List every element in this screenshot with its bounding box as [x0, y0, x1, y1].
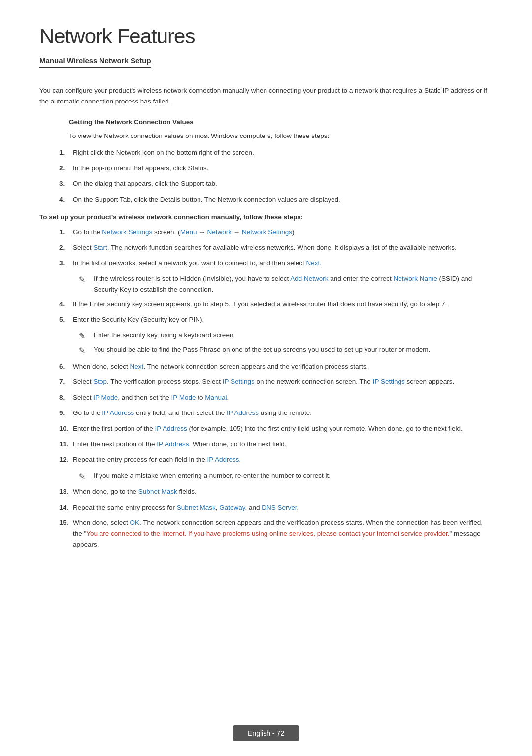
step-content: On the dialog that appears, click the Su…	[73, 178, 493, 189]
ok-link[interactable]: OK	[130, 519, 140, 526]
step-number: 6.	[59, 361, 73, 372]
ip-mode-link2[interactable]: IP Mode	[171, 394, 196, 401]
manual-link[interactable]: Manual	[205, 394, 227, 401]
step-number: 4.	[59, 194, 73, 205]
list-item: 6. When done, select Next. The network c…	[39, 361, 493, 372]
step-content: Right click the Network icon on the bott…	[73, 147, 493, 158]
steps-list-1: 1. Right click the Network icon on the b…	[39, 147, 493, 205]
section-divider: Manual Wireless Network Setup	[39, 56, 493, 74]
list-item: 14. Repeat the same entry process for Su…	[39, 502, 493, 513]
network-link[interactable]: Network	[207, 228, 232, 236]
subnet-mask-link2[interactable]: Subnet Mask	[177, 504, 216, 511]
ip-address-link2[interactable]: IP Address	[227, 409, 259, 416]
list-item: ✎ You should be able to find the Pass Ph…	[39, 344, 493, 357]
step-number: 2.	[59, 163, 73, 173]
step-number: 13.	[59, 486, 73, 497]
start-link[interactable]: Start	[93, 244, 107, 251]
step-number: 5.	[59, 314, 73, 325]
step-content: Repeat the same entry process for Subnet…	[73, 502, 493, 513]
step-number: 9.	[59, 408, 73, 418]
step-content: Select Start. The network function searc…	[73, 242, 493, 253]
stop-link[interactable]: Stop	[93, 378, 107, 385]
step-content: In the list of networks, select a networ…	[73, 258, 493, 269]
note-content: If the wireless router is set to Hidden …	[94, 274, 493, 295]
list-item: ✎ If you make a mistake when entering a …	[39, 470, 493, 483]
gateway-link[interactable]: Gateway	[219, 504, 245, 511]
step-number: 8.	[59, 392, 73, 403]
step-content: Repeat the entry process for each field …	[73, 454, 493, 465]
step-content: On the Support Tab, click the Details bu…	[73, 194, 493, 205]
ip-mode-link[interactable]: IP Mode	[93, 394, 118, 401]
ip-address-link[interactable]: IP Address	[102, 409, 134, 416]
subsection1-intro: To view the Network connection values on…	[69, 131, 493, 141]
subsection2-title: To set up your product's wireless networ…	[39, 213, 493, 221]
step-content: When done, select Next. The network conn…	[73, 361, 493, 372]
network-settings-link[interactable]: Network Settings	[102, 228, 152, 236]
next-link2[interactable]: Next	[130, 363, 144, 370]
subnet-mask-link[interactable]: Subnet Mask	[138, 488, 177, 495]
list-item: 10. Enter the first portion of the IP Ad…	[39, 423, 493, 434]
list-item: 3. In the list of networks, select a net…	[39, 258, 493, 269]
list-item: 2. Select Start. The network function se…	[39, 242, 493, 253]
ip-address-link5[interactable]: IP Address	[207, 456, 239, 463]
step-number: 10.	[59, 423, 73, 434]
step-number: 15.	[59, 517, 73, 528]
network-settings-link2[interactable]: Network Settings	[242, 228, 292, 236]
next-link[interactable]: Next	[306, 259, 320, 267]
list-item: 2. In the pop-up menu that appears, clic…	[39, 163, 493, 173]
note-icon: ✎	[79, 470, 94, 483]
list-item: 15. When done, select OK. The network co…	[39, 517, 493, 550]
list-item: ✎ If the wireless router is set to Hidde…	[39, 274, 493, 295]
list-item: ✎ Enter the security key, using a keyboa…	[39, 330, 493, 343]
page-container: Network Features Manual Wireless Network…	[0, 0, 532, 617]
step-number: 14.	[59, 502, 73, 513]
step-content: Go to the Network Settings screen. (Menu…	[73, 227, 493, 238]
dns-server-link[interactable]: DNS Server	[262, 504, 297, 511]
step-content: If the Enter security key screen appears…	[73, 299, 493, 309]
step-content: When done, select OK. The network connec…	[73, 517, 493, 550]
connected-message-link[interactable]: You are connected to the Internet. If yo…	[86, 530, 449, 537]
list-item: 1. Go to the Network Settings screen. (M…	[39, 227, 493, 238]
step-content: Enter the next portion of the IP Address…	[73, 439, 493, 449]
list-item: 13. When done, go to the Subnet Mask fie…	[39, 486, 493, 497]
note-content: You should be able to find the Pass Phra…	[94, 344, 493, 355]
list-item: 5. Enter the Security Key (Security key …	[39, 314, 493, 325]
page-title: Network Features	[39, 25, 493, 48]
list-item: 4. On the Support Tab, click the Details…	[39, 194, 493, 205]
step-number: 1.	[59, 227, 73, 238]
note-icon: ✎	[79, 330, 94, 343]
ip-settings-link[interactable]: IP Settings	[223, 378, 255, 385]
ip-settings-link2[interactable]: IP Settings	[373, 378, 405, 385]
ip-address-link4[interactable]: IP Address	[157, 440, 189, 447]
step-content: Select IP Mode, and then set the IP Mode…	[73, 392, 493, 403]
section-title: Manual Wireless Network Setup	[39, 56, 151, 68]
step-number: 12.	[59, 454, 73, 465]
list-item: 7. Select Stop. The verification process…	[39, 377, 493, 387]
step-number: 2.	[59, 242, 73, 253]
ip-address-link3[interactable]: IP Address	[155, 425, 187, 432]
note-content: If you make a mistake when entering a nu…	[94, 470, 493, 481]
step-content: Enter the Security Key (Security key or …	[73, 314, 493, 325]
step-number: 4.	[59, 299, 73, 309]
add-network-link[interactable]: Add Network	[290, 275, 328, 282]
list-item: 1. Right click the Network icon on the b…	[39, 147, 493, 158]
list-item: 4. If the Enter security key screen appe…	[39, 299, 493, 309]
list-item: 3. On the dialog that appears, click the…	[39, 178, 493, 189]
steps-list-2: 1. Go to the Network Settings screen. (M…	[39, 227, 493, 550]
step-number: 3.	[59, 258, 73, 269]
step-content: Select Stop. The verification process st…	[73, 377, 493, 387]
note-content: Enter the security key, using a keyboard…	[94, 330, 493, 341]
menu-link[interactable]: Menu	[180, 228, 197, 236]
step-number: 1.	[59, 147, 73, 158]
footer: English - 72	[0, 725, 532, 741]
footer-badge: English - 72	[233, 725, 299, 741]
step-content: Enter the first portion of the IP Addres…	[73, 423, 493, 434]
list-item: 12. Repeat the entry process for each fi…	[39, 454, 493, 465]
list-item: 11. Enter the next portion of the IP Add…	[39, 439, 493, 449]
step-content: Go to the IP Address entry field, and th…	[73, 408, 493, 418]
subsection1-title: Getting the Network Connection Values	[69, 118, 493, 126]
network-name-link[interactable]: Network Name	[394, 275, 437, 282]
step-number: 3.	[59, 178, 73, 189]
intro-text: You can configure your product's wireles…	[39, 85, 493, 106]
note-icon: ✎	[79, 344, 94, 357]
